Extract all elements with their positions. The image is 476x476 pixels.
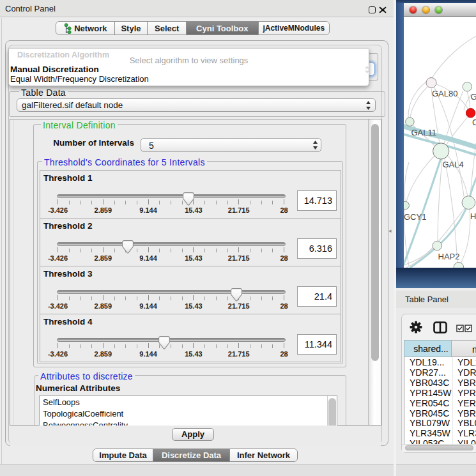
svg-text:GAL11: GAL11 bbox=[411, 128, 437, 137]
svg-text:GAL4: GAL4 bbox=[443, 160, 464, 169]
svg-text:GA: GA bbox=[471, 92, 476, 102]
svg-text:H: H bbox=[470, 211, 476, 221]
svg-text:GCY1: GCY1 bbox=[404, 212, 426, 222]
svg-text:C: C bbox=[472, 118, 476, 127]
svg-text:HAP2: HAP2 bbox=[438, 252, 460, 261]
svg-text:GAL80: GAL80 bbox=[432, 89, 457, 98]
